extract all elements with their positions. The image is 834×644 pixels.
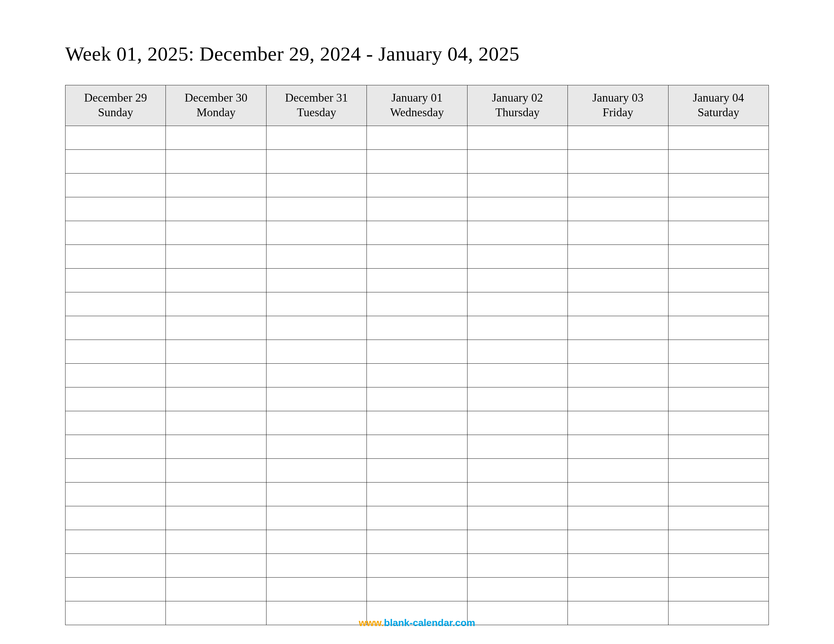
calendar-cell [266,126,367,150]
calendar-row [65,340,769,364]
calendar-cell [568,364,668,387]
calendar-cell [467,245,567,269]
footer-url-domain: blank-calendar.com [384,617,475,628]
calendar-cell [367,221,467,245]
column-day: Thursday [469,105,566,120]
calendar-row [65,245,769,269]
calendar-cell [166,245,266,269]
calendar-cell [367,150,467,174]
calendar-cell [668,435,769,459]
calendar-row [65,269,769,292]
calendar-cell [568,316,668,340]
calendar-cell [65,411,166,435]
calendar-cell [668,126,769,150]
calendar-cell [65,245,166,269]
calendar-cell [166,364,266,387]
calendar-cell [568,150,668,174]
calendar-cell [266,221,367,245]
calendar-cell [367,364,467,387]
calendar-cell [668,174,769,197]
calendar-row [65,554,769,578]
calendar-header-row: December 29 Sunday December 30 Monday De… [65,85,769,126]
calendar-cell [467,197,567,221]
calendar-cell [668,269,769,292]
calendar-cell [367,316,467,340]
calendar-cell [367,387,467,411]
column-date: January 01 [368,90,465,105]
calendar-cell [166,530,266,554]
calendar-cell [166,221,266,245]
calendar-cell [266,459,367,483]
calendar-cell [266,411,367,435]
calendar-cell [367,340,467,364]
calendar-cell [467,269,567,292]
calendar-cell [65,197,166,221]
calendar-cell [668,578,769,601]
calendar-cell [65,316,166,340]
calendar-cell [568,221,668,245]
calendar-cell [568,506,668,530]
footer-url: www.blank-calendar.com [0,617,834,628]
calendar-cell [166,292,266,316]
calendar-cell [668,530,769,554]
calendar-cell [166,411,266,435]
calendar-cell [266,316,367,340]
calendar-cell [65,506,166,530]
calendar-cell [266,530,367,554]
calendar-cell [166,435,266,459]
column-date: December 31 [268,90,365,105]
calendar-cell [467,530,567,554]
calendar-cell [568,174,668,197]
calendar-cell [266,506,367,530]
calendar-cell [668,483,769,506]
footer-url-prefix: www. [359,617,384,628]
calendar-cell [467,483,567,506]
calendar-row [65,126,769,150]
calendar-cell [266,245,367,269]
calendar-cell [668,316,769,340]
calendar-row [65,578,769,601]
calendar-cell [668,364,769,387]
calendar-cell [65,578,166,601]
column-day: Friday [569,105,666,120]
calendar-cell [266,150,367,174]
calendar-cell [166,126,266,150]
calendar-cell [668,554,769,578]
calendar-cell [166,483,266,506]
calendar-row [65,506,769,530]
calendar-cell [266,197,367,221]
calendar-cell [166,387,266,411]
calendar-cell [65,221,166,245]
calendar-cell [166,174,266,197]
calendar-cell [65,387,166,411]
calendar-cell [65,459,166,483]
calendar-cell [367,174,467,197]
calendar-cell [367,435,467,459]
calendar-cell [568,554,668,578]
calendar-cell [266,269,367,292]
calendar-cell [568,435,668,459]
calendar-cell [467,578,567,601]
calendar-row [65,435,769,459]
column-header: December 31 Tuesday [266,85,367,126]
calendar-cell [266,435,367,459]
calendar-cell [467,292,567,316]
calendar-cell [568,387,668,411]
column-header: January 03 Friday [568,85,668,126]
calendar-cell [367,245,467,269]
calendar-cell [65,269,166,292]
column-date: January 03 [569,90,666,105]
calendar-cell [568,530,668,554]
calendar-cell [266,292,367,316]
calendar-cell [266,174,367,197]
calendar-cell [166,578,266,601]
calendar-cell [668,221,769,245]
calendar-cell [65,126,166,150]
calendar-cell [65,340,166,364]
calendar-cell [367,126,467,150]
calendar-cell [568,411,668,435]
calendar-cell [367,459,467,483]
calendar-cell [367,554,467,578]
calendar-cell [166,506,266,530]
calendar-cell [568,483,668,506]
